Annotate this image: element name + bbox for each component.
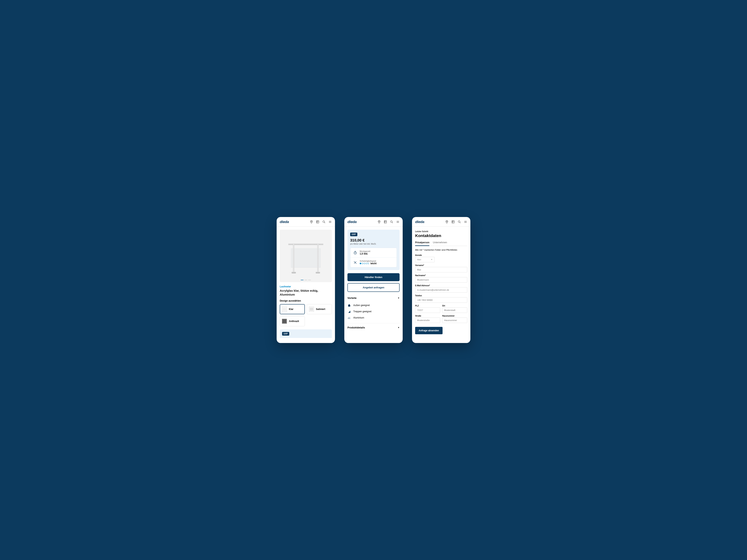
design-option-label: Satiniert — [316, 308, 325, 311]
field-label: Vorname* — [415, 264, 467, 266]
menu-icon[interactable] — [396, 220, 400, 223]
swatch-klar-icon — [282, 306, 287, 312]
swatch-satiniert-icon — [309, 306, 314, 312]
brand-logo[interactable]: dieda — [347, 220, 357, 224]
design-options: Klar Satiniert Anthrazit — [277, 304, 335, 326]
header-icons — [310, 220, 332, 223]
design-option-label: Klar — [289, 308, 293, 311]
design-option-klar[interactable]: Klar — [280, 304, 305, 314]
uvp-badge: UVP — [350, 233, 357, 236]
city-input[interactable] — [442, 308, 467, 313]
lastname-field: Nachname* — [415, 274, 467, 283]
search-icon[interactable] — [322, 220, 326, 223]
location-icon[interactable] — [310, 220, 313, 223]
configurator-icon[interactable] — [316, 220, 319, 223]
material-icon — [347, 316, 351, 319]
menu-icon[interactable] — [464, 220, 467, 223]
difficulty-label: Schwierigkeitsgrad — [360, 260, 377, 262]
advantages-toggle[interactable]: Vorteile ▼ — [347, 294, 400, 302]
zip-input[interactable] — [415, 308, 440, 313]
details-label: Produktdetails — [347, 326, 365, 329]
design-section-label: Design auswählen — [277, 299, 335, 304]
feature-item: Außen geeignet — [347, 302, 400, 309]
uvp-badge: UVP — [282, 332, 289, 336]
phone-input[interactable] — [415, 297, 467, 303]
product-details-toggle[interactable]: Produktdetails ▼ — [347, 323, 400, 332]
feature-label: Aluminium — [353, 316, 364, 319]
field-label: Hausnummer — [442, 315, 467, 317]
svg-point-2 — [323, 221, 325, 222]
advantages-label: Vorteile — [347, 296, 357, 299]
chevron-down-icon: ▼ — [397, 297, 400, 299]
find-dealer-button[interactable]: Händler finden — [347, 273, 400, 281]
price-block: UVP 310,00 € pro Meter oder Set inkl. Mw… — [347, 230, 400, 270]
feature-label: Außen geeignet — [353, 304, 370, 306]
brand-logo[interactable]: dieda — [415, 220, 424, 224]
accordion-section: Vorteile ▼ Außen geeignet Treppen geeign… — [344, 294, 403, 332]
location-icon[interactable] — [445, 220, 448, 223]
firstname-input[interactable] — [415, 267, 467, 272]
design-option-anthrazit[interactable]: Anthrazit — [280, 316, 305, 326]
swatch-anthrazit-icon — [282, 319, 287, 324]
page-heading: Kontaktdaten — [415, 233, 467, 238]
svg-rect-4 — [384, 221, 387, 223]
request-quote-button[interactable]: Angebot anfragen — [347, 283, 400, 292]
design-option-label: Anthrazit — [289, 320, 299, 323]
feature-label: Treppen geeignet — [353, 310, 371, 313]
chevron-down-icon: ▼ — [397, 326, 400, 329]
field-label: Nachname* — [415, 274, 467, 276]
chevron-down-icon — [431, 259, 433, 261]
search-icon[interactable] — [390, 220, 393, 223]
meta-box: Montagezeit 1,5 Std. Schwierigkeitsgrad … — [350, 248, 397, 267]
product-title: Acrylglas klar, Stütze eckig, Aluminium — [277, 288, 335, 299]
street-input[interactable] — [415, 318, 440, 323]
housenumber-input[interactable] — [442, 318, 467, 323]
image-carousel-dots[interactable] — [280, 280, 332, 280]
info-content: UVP 310,00 € pro Meter oder Set inkl. Mw… — [344, 226, 403, 343]
configurator-icon[interactable] — [451, 220, 455, 223]
svg-point-5 — [390, 221, 392, 222]
submit-button[interactable]: Anfrage absenden — [415, 327, 442, 334]
configurator-icon[interactable] — [384, 220, 387, 223]
firstname-field: Vorname* — [415, 264, 467, 272]
price-note: pro Meter oder Set inkl. MwSt. — [350, 243, 397, 245]
email-input[interactable] — [415, 287, 467, 293]
svg-point-9 — [458, 221, 460, 222]
svg-rect-1 — [316, 221, 319, 223]
feature-item: Aluminium — [347, 315, 400, 321]
app-header: dieda — [277, 217, 335, 226]
app-header: dieda — [412, 217, 470, 226]
assembly-row: Montagezeit 1,5 Std. — [350, 248, 397, 258]
tab-company[interactable]: Unternehmen — [433, 241, 447, 246]
email-field: E-Mail-Adresse* — [415, 285, 467, 293]
timer-icon — [353, 251, 357, 255]
header-icons — [445, 220, 467, 223]
features-list: Außen geeignet Treppen geeignet Aluminiu… — [347, 302, 400, 323]
field-label: Straße — [415, 315, 440, 317]
brand-logo[interactable]: dieda — [280, 220, 289, 224]
design-option-satiniert[interactable]: Satiniert — [307, 304, 332, 314]
location-icon[interactable] — [378, 220, 381, 223]
field-label: Telefon — [415, 295, 467, 297]
housenumber-field: Hausnummer — [442, 315, 467, 323]
feature-item: Treppen geeignet — [347, 309, 400, 315]
svg-point-0 — [311, 221, 312, 222]
contact-form-screen: dieda Letzter Schritt Kontaktdaten Priva… — [412, 217, 470, 343]
search-icon[interactable] — [458, 220, 461, 223]
price-value: 310,00 € — [350, 238, 397, 242]
tab-private[interactable]: Privatperson — [415, 241, 429, 246]
lastname-input[interactable] — [415, 277, 467, 283]
menu-icon[interactable] — [328, 220, 332, 223]
contact-content: Letzter Schritt Kontaktdaten Privatperso… — [412, 226, 470, 343]
customer-type-tabs: Privatperson Unternehmen — [415, 241, 467, 246]
stairs-icon — [347, 310, 351, 313]
assembly-label: Montagezeit — [360, 250, 370, 252]
salutation-select[interactable]: Herr — [415, 257, 435, 262]
category-label: Laufmeter — [277, 285, 335, 288]
field-label: PLZ — [415, 305, 440, 307]
assembly-value: 1,5 Std. — [360, 252, 370, 255]
product-image[interactable] — [280, 230, 332, 282]
app-header: dieda — [344, 217, 403, 226]
street-field: Straße — [415, 315, 440, 323]
product-detail-screen: dieda Laufmeter Acrylglas klar, Stütze e… — [277, 217, 335, 343]
